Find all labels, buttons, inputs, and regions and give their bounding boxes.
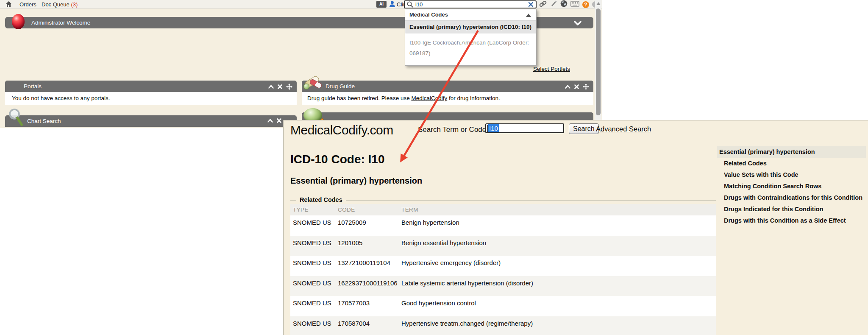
search-button[interactable]: Search bbox=[569, 123, 599, 134]
search-term-label: Search Term or Code: bbox=[418, 126, 488, 134]
collapse-icon[interactable] bbox=[268, 85, 274, 89]
cell-term: Labile systemic arterial hypertension (d… bbox=[399, 276, 716, 296]
portlet-portals-body: You do not have access to any portals. bbox=[5, 92, 297, 105]
clear-search-icon[interactable] bbox=[529, 2, 533, 7]
cell-term: Good hypertension control bbox=[399, 296, 716, 316]
drug-guide-text: Drug guide has been retired. Please use bbox=[307, 95, 411, 101]
dropdown-group-header: Medical Codes bbox=[405, 9, 536, 20]
cell-code: 170577003 bbox=[335, 296, 399, 316]
cell-type: SNOMED US bbox=[290, 296, 335, 316]
sidebar-item-side-effect[interactable]: Drugs with this Condition as a Side Effe… bbox=[717, 215, 866, 226]
portlet-drug-guide-body: Drug guide has been retired. Please use … bbox=[302, 92, 593, 105]
cell-code: 16229371000119106 bbox=[335, 276, 399, 296]
portlet-portals-title: Portals bbox=[24, 81, 42, 92]
table-row: SNOMED US 170587004 Hypertensive treatm.… bbox=[290, 316, 716, 335]
cell-term: Hypertensive treatm.changed (regime/ther… bbox=[399, 316, 716, 335]
home-icon[interactable] bbox=[6, 1, 12, 9]
portlet-chart-search-header: Chart Search bbox=[5, 115, 297, 127]
cell-term: Benign hypertension bbox=[399, 215, 716, 236]
related-codes-legend: Related Codes bbox=[296, 196, 346, 203]
globe-icon[interactable] bbox=[560, 0, 568, 9]
cell-type: SNOMED US bbox=[290, 215, 335, 236]
table-row: SNOMED US 10725009 Benign hypertension bbox=[290, 215, 716, 236]
dropdown-result-item[interactable]: I100-IgE Cockroach,American (LabCorp Ord… bbox=[405, 34, 536, 65]
toolbar-icon-group: ? bbox=[539, 0, 598, 9]
sidebar-item-matching-condition[interactable]: Matching Condition Search Rows bbox=[717, 181, 866, 192]
chart-search-magnifier-icon bbox=[8, 109, 24, 128]
cell-code: 170587004 bbox=[335, 316, 399, 335]
medicalcodify-link[interactable]: MedicalCodify bbox=[411, 95, 447, 101]
portlet-drug-guide-header: Drug Guide bbox=[302, 81, 593, 92]
move-icon[interactable] bbox=[583, 84, 589, 90]
admin-welcome-title: Administrator Welcome bbox=[31, 17, 90, 28]
cell-term: Hypertensive emergency (disorder) bbox=[399, 256, 716, 276]
keyboard-icon[interactable] bbox=[570, 1, 579, 8]
wand-icon[interactable] bbox=[550, 0, 557, 9]
search-input[interactable] bbox=[415, 1, 529, 8]
table-row: SNOMED US 132721000119104 Hypertensive e… bbox=[290, 256, 716, 276]
drug-guide-text: for drug information. bbox=[447, 95, 500, 101]
user-icon[interactable] bbox=[389, 1, 395, 9]
medicalcodify-window: MedicalCodify.com Search Term or Code: I… bbox=[283, 120, 868, 335]
cell-type: SNOMED US bbox=[290, 316, 335, 335]
global-search-box bbox=[404, 0, 537, 8]
table-row: SNOMED US 1201005 Benign essential hyper… bbox=[290, 236, 716, 256]
collapse-icon[interactable] bbox=[565, 85, 570, 89]
screen: Orders Doc Queue (3) AI Clir bbox=[0, 0, 868, 335]
pills-icon bbox=[303, 75, 323, 92]
portlet-drug-guide-title: Drug Guide bbox=[326, 81, 355, 92]
table-row: SNOMED US 170577003 Good hypertension co… bbox=[290, 296, 716, 316]
related-codes-divider: Related Codes bbox=[290, 200, 716, 201]
site-title: MedicalCodify.com bbox=[290, 123, 393, 137]
close-icon[interactable] bbox=[277, 118, 281, 123]
code-search-input[interactable]: I10 bbox=[485, 123, 564, 133]
icd10-code-heading: ICD-10 Code: I10 bbox=[290, 153, 385, 166]
sidebar-item-contraindications[interactable]: Drugs with Contraindications for this Co… bbox=[717, 192, 866, 204]
advanced-search-link[interactable]: Advanced Search bbox=[596, 125, 651, 133]
nav-doc-queue[interactable]: Doc Queue (3) bbox=[42, 1, 78, 8]
sidebar-item-value-sets[interactable]: Value Sets with this Code bbox=[717, 169, 866, 181]
portlet-chart-search-title: Chart Search bbox=[27, 115, 61, 127]
cell-code: 132721000119104 bbox=[335, 256, 399, 276]
portlet-portals-header: Portals bbox=[5, 81, 297, 92]
ai-badge[interactable]: AI bbox=[376, 1, 387, 8]
selected-search-text: I10 bbox=[488, 124, 499, 132]
column-header-type: TYPE bbox=[290, 204, 335, 215]
table-row: SNOMED US 16229371000119106 Labile syste… bbox=[290, 276, 716, 296]
condition-heading: Essential (primary) hypertension bbox=[290, 176, 422, 186]
dropdown-group-title: Medical Codes bbox=[405, 11, 448, 18]
section-nav-sidebar: Essential (primary) hypertension Related… bbox=[717, 146, 866, 226]
cell-term: Benign essential hypertension bbox=[399, 236, 716, 256]
search-results-dropdown: Medical Codes Essential (primary) hypert… bbox=[405, 9, 537, 66]
move-icon[interactable] bbox=[286, 84, 292, 90]
close-icon[interactable] bbox=[278, 84, 282, 89]
scrollbar-up-icon[interactable] bbox=[596, 2, 601, 5]
chevron-down-icon[interactable] bbox=[574, 20, 581, 28]
cell-type: SNOMED US bbox=[290, 256, 335, 276]
select-portlets-link[interactable]: Select Portlets bbox=[533, 66, 570, 72]
dropdown-result-item[interactable]: Essential (primary) hypertension (ICD10:… bbox=[405, 20, 536, 34]
related-codes-table: TYPE CODE TERM SNOMED US 10725009 Benign… bbox=[290, 204, 716, 335]
sidebar-item-related-codes[interactable]: Related Codes bbox=[717, 158, 866, 169]
search-icon bbox=[407, 1, 413, 8]
scrollbar-thumb[interactable] bbox=[596, 8, 601, 115]
collapse-up-icon[interactable] bbox=[526, 14, 531, 17]
cell-code: 1201005 bbox=[335, 236, 399, 256]
link-icon[interactable] bbox=[539, 0, 547, 9]
text-caret bbox=[487, 125, 488, 132]
cell-type: SNOMED US bbox=[290, 276, 335, 296]
vertical-scrollbar bbox=[595, 0, 601, 120]
nav-orders[interactable]: Orders bbox=[19, 1, 36, 8]
help-icon[interactable]: ? bbox=[582, 1, 589, 8]
red-orb-icon bbox=[12, 14, 25, 29]
doc-queue-label: Doc Queue bbox=[42, 1, 70, 8]
close-icon[interactable] bbox=[574, 84, 579, 89]
doc-queue-count: (3) bbox=[71, 1, 78, 8]
sidebar-item-condition[interactable]: Essential (primary) hypertension bbox=[717, 146, 866, 158]
collapse-icon[interactable] bbox=[267, 119, 273, 123]
top-toolbar: Orders Doc Queue (3) AI Clir bbox=[0, 0, 602, 9]
table-header-row: TYPE CODE TERM bbox=[290, 204, 716, 215]
cell-code: 10725009 bbox=[335, 215, 399, 236]
sidebar-item-indicated[interactable]: Drugs Indicated for this Condition bbox=[717, 204, 866, 215]
column-header-term: TERM bbox=[399, 204, 716, 215]
